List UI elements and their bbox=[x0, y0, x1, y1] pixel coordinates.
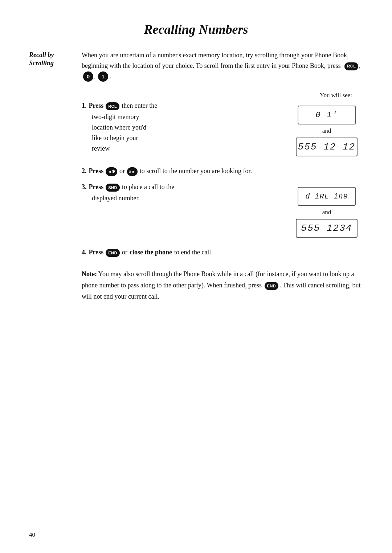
hash-right-button[interactable]: #► bbox=[127, 167, 138, 176]
step-2-first-line: 2. Press ◄✱ or #► to scroll to the numbe… bbox=[82, 167, 356, 176]
step-2-press-label: Press bbox=[89, 167, 104, 175]
step-2-left: 2. Press ◄✱ or #► to scroll to the numbe… bbox=[82, 167, 363, 176]
note-section: Note: You may also scroll through the Ph… bbox=[82, 269, 363, 302]
step-2-or: or bbox=[119, 167, 125, 175]
step-4-row: 4. Press END or close the phone to end t… bbox=[82, 249, 363, 257]
step-3-desc-1: to place a call to the bbox=[122, 183, 174, 191]
step-2-number: 2. bbox=[82, 167, 87, 175]
step-1-description: two-digit memory location where you'd li… bbox=[92, 112, 283, 153]
intro-paragraph: When you are uncertain of a number's exa… bbox=[82, 50, 363, 82]
lcd-display-dialing: d iRL in9 bbox=[298, 187, 356, 206]
step-2-row: 2. Press ◄✱ or #► to scroll to the numbe… bbox=[82, 167, 363, 176]
lcd-display-01: 0 1' bbox=[298, 106, 356, 124]
step-1-press-label: Press bbox=[89, 102, 104, 110]
step-1-number: 1. bbox=[82, 102, 87, 110]
sidebar-label: Recall by Scrolling bbox=[29, 51, 82, 68]
note-suffix: . bbox=[279, 282, 281, 289]
lcd-display-555-12-12: 555 12 12 bbox=[296, 138, 358, 156]
lcd-display-555-1234: 555 1234 bbox=[296, 219, 358, 238]
and-text-2: and bbox=[322, 209, 331, 216]
step-3-row: 3. Press SND to place a call to the disp… bbox=[82, 183, 363, 238]
end-button-step4[interactable]: END bbox=[106, 249, 120, 257]
step-4-number: 4. bbox=[82, 249, 87, 256]
step-2-desc: to scroll to the number you are looking … bbox=[140, 167, 252, 175]
end-button-note[interactable]: END bbox=[265, 282, 279, 290]
and-text-1: and bbox=[322, 127, 331, 135]
sidebar: Recall by Scrolling bbox=[29, 50, 82, 302]
step-3-press-label: Press bbox=[89, 183, 104, 191]
left-star-button[interactable]: ◄✱ bbox=[106, 167, 117, 176]
content-area: Recall by Scrolling When you are uncerta… bbox=[29, 50, 363, 302]
step-1-left: 1. Press RCL then enter the two-digit me… bbox=[82, 102, 290, 153]
note-label: Note: bbox=[82, 270, 97, 278]
zero-button-intro[interactable]: 0 bbox=[83, 71, 93, 82]
page-title: Recalling Numbers bbox=[29, 22, 363, 37]
one-button-intro[interactable]: 1 bbox=[98, 71, 108, 82]
page-number: 40 bbox=[29, 531, 35, 538]
you-will-see-row: You will see: bbox=[82, 92, 363, 99]
step-1-right: 0 1' and 555 12 12 bbox=[290, 102, 363, 156]
you-will-see-label: You will see: bbox=[320, 92, 352, 99]
step-3-left: 3. Press SND to place a call to the disp… bbox=[82, 183, 290, 204]
step-1-row: 1. Press RCL then enter the two-digit me… bbox=[82, 102, 363, 156]
rcl-button-intro[interactable]: RCL bbox=[344, 62, 358, 70]
step-4-first-line: 4. Press END or close the phone to end t… bbox=[82, 249, 356, 257]
step-3-right: d iRL in9 and 555 1234 bbox=[290, 183, 363, 238]
page: Recalling Numbers Recall by Scrolling Wh… bbox=[0, 0, 392, 553]
step-4-or: or bbox=[122, 249, 127, 256]
step-3-number: 3. bbox=[82, 183, 87, 191]
step-1-first-line: 1. Press RCL then enter the bbox=[82, 102, 283, 110]
snd-button-step3[interactable]: SND bbox=[106, 184, 120, 192]
rcl-button-step1[interactable]: RCL bbox=[106, 102, 119, 110]
step-4-bold-part: close the phone bbox=[130, 249, 172, 256]
step-3-first-line: 3. Press SND to place a call to the bbox=[82, 183, 283, 192]
step-1-desc-1: then enter the bbox=[122, 102, 157, 110]
step-4-press-label: Press bbox=[89, 249, 104, 256]
main-content: When you are uncertain of a number's exa… bbox=[82, 50, 363, 302]
step-4-end-part: to end the call. bbox=[174, 249, 213, 256]
step-4-left: 4. Press END or close the phone to end t… bbox=[82, 249, 363, 257]
step-3-desc-line2: displayed number. bbox=[92, 193, 283, 204]
